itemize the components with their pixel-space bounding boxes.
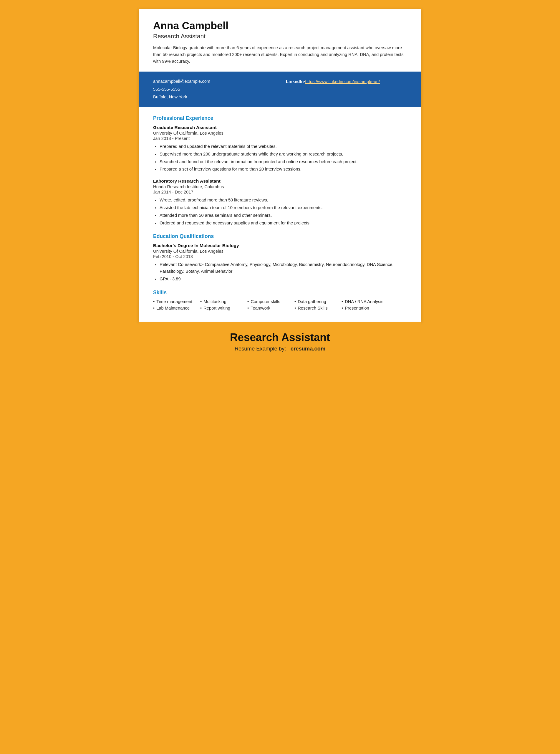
skill-data-gathering: Data gathering [295, 299, 342, 304]
job-org-2: Honda Research Institute, Columbus [153, 184, 407, 189]
contact-phone: 555-555-5555 [153, 85, 274, 93]
main-content: Professional Experience Graduate Researc… [139, 107, 421, 322]
candidate-name: Anna Campbell [153, 20, 407, 32]
job-dates-1: Jan 2018 - Present [153, 136, 407, 141]
footer-main-title: Research Assistant [144, 331, 416, 344]
skill-teamwork: Teamwork [247, 306, 295, 311]
edu-dates-1: Feb 2010 - Oct 2013 [153, 254, 407, 259]
skills-section-title: Skills [153, 290, 407, 296]
skill-presentation: Presentation [342, 306, 388, 311]
footer-brand: cresuma.com [291, 345, 326, 352]
page-wrapper: Anna Campbell Research Assistant Molecul… [139, 9, 421, 361]
exp-block-2: Laboratory Research Assistant Honda Rese… [153, 178, 407, 226]
exp-block-1: Graduate Research Assistant University O… [153, 125, 407, 173]
edu-block-1: Bachelor's Degree In Molecular Biology U… [153, 243, 407, 282]
skill-lab-maintenance: Lab Maintenance [153, 306, 200, 311]
candidate-summary: Molecular Biology graduate with more tha… [153, 44, 407, 64]
footer-sub-text: Resume Example by: [235, 345, 286, 352]
edu-bullets-1: Relevant Coursework:- Comparative Anatom… [153, 261, 407, 282]
list-item: Assisted the lab technician team of 10 m… [160, 204, 407, 211]
skill-time-management: Time management [153, 299, 200, 304]
skills-grid: Time management Multitasking Computer sk… [153, 299, 407, 312]
linkedin-url[interactable]: https://www.linkedin.com/in/sample-url/ [305, 79, 380, 84]
contact-location: Buffalo, New York [153, 93, 274, 101]
job-org-1: University Of California, Los Angeles [153, 131, 407, 136]
skills-row-2: Lab Maintenance Report writing Teamwork … [153, 306, 407, 311]
linkedin-label: LinkedIn [286, 79, 304, 84]
candidate-title: Research Assistant [153, 33, 407, 40]
list-item: Prepared and updated the relevant materi… [160, 143, 407, 150]
resume-card: Anna Campbell Research Assistant Molecul… [139, 9, 421, 322]
skill-multitasking: Multitasking [200, 299, 247, 304]
education-section-title: Education Qualifications [153, 233, 407, 239]
list-item: GPA:- 3.89 [160, 276, 407, 282]
job-bullets-2: Wrote, edited, proofread more than 50 li… [153, 197, 407, 226]
job-bullets-1: Prepared and updated the relevant materi… [153, 143, 407, 173]
header-section: Anna Campbell Research Assistant Molecul… [139, 9, 421, 72]
edu-org-1: University Of California, Los Angeles [153, 249, 407, 254]
footer-banner: Research Assistant Resume Example by: cr… [139, 322, 421, 361]
skill-dna-rna: DNA / RNA Analysis [342, 299, 388, 304]
list-item: Supervised more than 200 undergraduate s… [160, 151, 407, 158]
job-dates-2: Jan 2014 - Dec 2017 [153, 190, 407, 194]
contact-email: annacampbell@example.com [153, 77, 274, 85]
contact-bar: annacampbell@example.com 555-555-5555 Bu… [139, 72, 421, 106]
list-item: Prepared a set of interview questions fo… [160, 166, 407, 173]
skill-research-skills: Research Skills [295, 306, 342, 311]
list-item: Ordered and requested the necessary supp… [160, 220, 407, 226]
list-item: Relevant Coursework:- Comparative Anatom… [160, 261, 407, 275]
job-title-1: Graduate Research Assistant [153, 125, 407, 130]
list-item: Searched and found out the relevant info… [160, 158, 407, 165]
list-item: Wrote, edited, proofread more than 50 li… [160, 197, 407, 203]
job-title-2: Laboratory Research Assistant [153, 178, 407, 184]
skill-computer-skills: Computer skills [247, 299, 295, 304]
edu-degree-1: Bachelor's Degree In Molecular Biology [153, 243, 407, 248]
skill-report-writing: Report writing [200, 306, 247, 311]
footer-sub: Resume Example by: cresuma.com [144, 345, 416, 352]
list-item: Attended more than 50 area seminars and … [160, 212, 407, 219]
experience-section-title: Professional Experience [153, 115, 407, 121]
contact-right: LinkedIn - https://www.linkedin.com/in/s… [286, 77, 407, 85]
contact-left: annacampbell@example.com 555-555-5555 Bu… [153, 77, 274, 101]
skills-row-1: Time management Multitasking Computer sk… [153, 299, 407, 304]
